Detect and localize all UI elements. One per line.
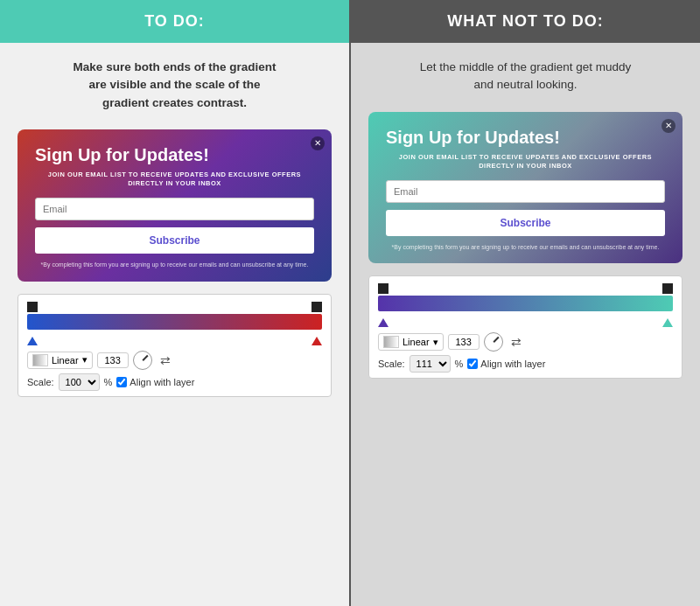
left-type-select[interactable]: Linear ▾ bbox=[27, 352, 93, 369]
right-type-select[interactable]: Linear ▾ bbox=[378, 333, 444, 351]
left-stop-left-bottom[interactable] bbox=[27, 337, 38, 345]
right-fine-print: *By completing this form you are signing… bbox=[386, 243, 665, 252]
left-modal-title: Sign Up for Updates! bbox=[35, 145, 314, 165]
left-panel: TO DO: Make sure both ends of the gradie… bbox=[0, 0, 351, 606]
right-gradient-editor: Linear ▾ ⇄ Scale: 100 111 % Align with l… bbox=[368, 275, 682, 379]
right-header: WHAT NOT TO DO: bbox=[351, 0, 700, 43]
right-percent-label: % bbox=[455, 359, 464, 369]
right-modal-title: Sign Up for Updates! bbox=[386, 128, 665, 148]
right-stops-bottom bbox=[378, 318, 673, 327]
right-align-input[interactable] bbox=[467, 359, 478, 369]
right-modal-close[interactable]: ✕ bbox=[662, 119, 676, 133]
left-modal-subtitle: JOIN OUR EMAIL LIST TO RECEIVE UPDATES A… bbox=[35, 171, 314, 189]
right-gradient-controls: Linear ▾ ⇄ bbox=[378, 332, 673, 352]
left-gradient-bar[interactable] bbox=[27, 314, 322, 330]
left-align-input[interactable] bbox=[116, 377, 127, 387]
left-fine-print: *By completing this form you are signing… bbox=[35, 261, 314, 269]
left-stops-bottom bbox=[27, 337, 322, 345]
left-scale-label: Scale: bbox=[27, 377, 54, 387]
right-stop-right-bottom[interactable] bbox=[662, 318, 673, 327]
right-align-label: Align with layer bbox=[480, 359, 545, 369]
right-gradient-bar[interactable] bbox=[378, 296, 673, 311]
right-panel: WHAT NOT TO DO: Let the middle of the gr… bbox=[351, 0, 700, 606]
left-stop-right-bottom[interactable] bbox=[312, 337, 322, 345]
left-scale-select[interactable]: 100 111 bbox=[59, 373, 100, 391]
right-angle-dial[interactable] bbox=[484, 332, 503, 352]
left-gradient-type-icon bbox=[32, 354, 48, 366]
right-gradient-bar-container bbox=[378, 296, 673, 315]
left-description: Make sure both ends of the gradientare v… bbox=[0, 43, 349, 122]
left-modal-close[interactable]: ✕ bbox=[311, 136, 325, 150]
left-percent-label: % bbox=[104, 377, 113, 387]
left-type-chevron: ▾ bbox=[82, 354, 88, 366]
right-scale-select[interactable]: 100 111 bbox=[410, 355, 451, 373]
right-stop-right-top[interactable] bbox=[662, 283, 673, 294]
left-gradient-controls: Linear ▾ ⇄ bbox=[27, 351, 322, 370]
right-subscribe-button[interactable]: Subscribe bbox=[386, 210, 665, 236]
right-align-checkbox[interactable]: Align with layer bbox=[467, 359, 545, 369]
left-reverse-icon[interactable]: ⇄ bbox=[157, 352, 174, 369]
right-angle-input[interactable] bbox=[448, 334, 480, 350]
right-type-label: Linear bbox=[402, 337, 430, 347]
right-stops-top bbox=[378, 283, 673, 294]
left-subscribe-button[interactable]: Subscribe bbox=[35, 227, 314, 254]
left-align-checkbox[interactable]: Align with layer bbox=[116, 377, 194, 387]
left-align-label: Align with layer bbox=[130, 377, 194, 387]
left-angle-input[interactable] bbox=[97, 352, 129, 368]
right-description: Let the middle of the gradient get muddy… bbox=[351, 43, 700, 105]
left-header: TO DO: bbox=[0, 0, 349, 43]
left-stop-left-top[interactable] bbox=[27, 302, 38, 312]
right-stop-left-bottom[interactable] bbox=[378, 318, 388, 327]
right-reverse-icon[interactable]: ⇄ bbox=[508, 333, 525, 351]
left-email-input[interactable] bbox=[35, 198, 314, 220]
right-scale-row: Scale: 100 111 % Align with layer bbox=[378, 355, 673, 373]
left-gradient-bar-container bbox=[27, 314, 322, 333]
right-scale-label: Scale: bbox=[378, 359, 405, 369]
left-stops-top bbox=[27, 302, 322, 312]
left-type-label: Linear bbox=[52, 355, 79, 366]
right-modal-card: ✕ Sign Up for Updates! JOIN OUR EMAIL LI… bbox=[368, 112, 682, 264]
right-email-input[interactable] bbox=[386, 180, 665, 203]
right-type-chevron: ▾ bbox=[433, 337, 438, 348]
right-gradient-type-icon bbox=[383, 336, 399, 348]
right-modal-subtitle: JOIN OUR EMAIL LIST TO RECEIVE UPDATES A… bbox=[386, 153, 665, 171]
left-stop-right-top[interactable] bbox=[312, 302, 322, 312]
right-stop-left-top[interactable] bbox=[378, 283, 388, 294]
left-angle-dial[interactable] bbox=[133, 351, 152, 370]
left-gradient-editor: Linear ▾ ⇄ Scale: 100 111 % Align with l… bbox=[18, 294, 332, 397]
left-scale-row: Scale: 100 111 % Align with layer bbox=[27, 373, 322, 391]
left-modal-card: ✕ Sign Up for Updates! JOIN OUR EMAIL LI… bbox=[18, 129, 332, 282]
